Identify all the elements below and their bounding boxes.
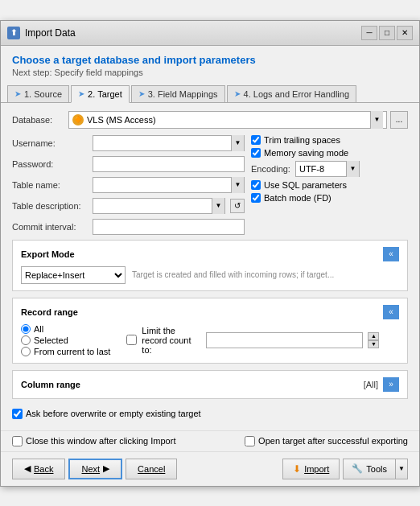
record-range-radio-group: All Selected From current to last xyxy=(21,324,110,356)
record-range-collapse-button[interactable]: « xyxy=(383,305,399,319)
column-range-section: Column range [All] » xyxy=(12,370,408,399)
record-selected-label: Selected xyxy=(34,335,68,345)
button-row: ◀ Back Next ▶ Cancel ⬇ Import 🔧 Tools ▼ xyxy=(1,451,419,486)
table-name-control: software_list ▼ xyxy=(93,177,245,193)
tab-mappings-label: 3. Field Mappings xyxy=(148,89,218,99)
sql-params-label: Use SQL parameters xyxy=(264,180,347,190)
tab-source-arrow: ➤ xyxy=(14,89,21,98)
database-icon: 🔶 xyxy=(72,114,84,125)
record-range-section: Record range « All Selected From curren xyxy=(12,298,408,364)
tab-logs[interactable]: ➤ 4. Logs and Error Handling xyxy=(227,85,356,102)
encoding-value: UTF-8 xyxy=(296,164,346,174)
commit-interval-label: Commit interval: xyxy=(12,222,93,232)
tools-icon: 🔧 xyxy=(352,463,363,474)
database-label: Database: xyxy=(12,115,68,125)
import-button[interactable]: ⬇ Import xyxy=(282,459,340,479)
record-limit-down[interactable]: ▼ xyxy=(368,340,379,348)
next-label: Next xyxy=(81,464,100,474)
ask-overwrite-checkbox[interactable] xyxy=(12,409,23,419)
column-range-value: [All] xyxy=(364,380,378,389)
batch-mode-checkbox[interactable] xyxy=(251,193,261,203)
table-description-input[interactable] xyxy=(93,199,212,213)
trim-spaces-label: Trim trailing spaces xyxy=(264,135,340,145)
tab-target[interactable]: ➤ 2. Target xyxy=(71,85,130,103)
back-button[interactable]: ◀ Back xyxy=(12,459,65,479)
table-name-dropdown[interactable]: ▼ xyxy=(231,177,244,193)
record-from-current-radio[interactable] xyxy=(21,347,31,356)
encoding-row: Encoding: UTF-8 ▼ xyxy=(251,161,408,177)
maximize-button[interactable]: □ xyxy=(379,26,395,40)
trim-spaces-checkbox[interactable] xyxy=(251,135,261,145)
nav-buttons: ◀ Back Next ▶ Cancel xyxy=(12,459,177,479)
database-select[interactable]: 🔶 VLS (MS Access) ▼ xyxy=(68,111,387,129)
tab-bar: ➤ 1. Source ➤ 2. Target ➤ 3. Field Mappi… xyxy=(1,85,419,103)
sql-params-row: Use SQL parameters xyxy=(251,180,408,190)
sql-params-checkbox[interactable] xyxy=(251,180,261,190)
tools-button[interactable]: 🔧 Tools xyxy=(343,459,395,479)
record-limit-input[interactable]: 100 xyxy=(206,332,363,348)
password-control xyxy=(93,156,245,172)
tab-source[interactable]: ➤ 1. Source xyxy=(7,85,69,102)
minimize-button[interactable]: ─ xyxy=(361,26,377,40)
content-area: Database: 🔶 VLS (MS Access) ▼ ... Userna… xyxy=(1,103,419,430)
import-icon: ⬇ xyxy=(293,463,301,475)
tab-mappings[interactable]: ➤ 3. Field Mappings xyxy=(131,85,225,102)
export-mode-collapse-button[interactable]: « xyxy=(383,247,399,261)
table-description-refresh[interactable]: ↺ xyxy=(230,199,245,213)
export-mode-title: Export Mode xyxy=(21,249,75,259)
password-label: Password: xyxy=(12,159,93,169)
database-value: 🔶 VLS (MS Access) xyxy=(72,114,370,125)
record-limit-checkbox[interactable] xyxy=(126,335,137,345)
title-bar-buttons: ─ □ ✕ xyxy=(361,26,413,40)
close-button[interactable]: ✕ xyxy=(397,26,413,40)
open-after-export-checkbox[interactable] xyxy=(245,436,255,446)
cancel-button[interactable]: Cancel xyxy=(126,459,177,479)
encoding-select-wrapper: UTF-8 ▼ xyxy=(295,161,360,177)
tools-dropdown-arrow[interactable]: ▼ xyxy=(395,459,408,479)
header-title: Choose a target database and import para… xyxy=(12,54,408,66)
table-name-input[interactable]: software_list xyxy=(93,178,231,192)
table-description-row: Table description: ▼ ↺ xyxy=(12,198,245,214)
record-limit-spinner: ▲ ▼ xyxy=(368,332,379,348)
export-mode-select[interactable]: Replace+Insert Insert Only Update Only xyxy=(21,266,126,284)
close-after-import-checkbox[interactable] xyxy=(12,436,23,446)
record-range-title: Record range xyxy=(21,307,78,317)
record-all-radio[interactable] xyxy=(21,324,31,334)
record-from-current-label: From current to last xyxy=(34,347,110,356)
trim-spaces-row: Trim trailing spaces xyxy=(251,135,408,145)
username-dropdown[interactable]: ▼ xyxy=(231,135,244,151)
encoding-dropdown[interactable]: ▼ xyxy=(346,161,359,177)
record-limit-up[interactable]: ▲ xyxy=(368,332,379,340)
export-mode-description: Target is created and filled with incomi… xyxy=(132,270,399,279)
password-input[interactable] xyxy=(93,156,245,172)
column-range-collapse-button[interactable]: » xyxy=(383,377,399,392)
window-title: Import Data xyxy=(25,27,361,39)
next-arrow-icon: ▶ xyxy=(103,463,109,474)
username-control: ▼ xyxy=(93,135,245,151)
database-ellipsis-button[interactable]: ... xyxy=(390,111,408,129)
record-all-row: All xyxy=(21,324,110,334)
main-columns: Username: ▼ Password: xyxy=(12,135,408,240)
record-selected-row: Selected xyxy=(21,335,110,345)
open-after-export-option: Open target after successful exporting xyxy=(245,436,408,446)
ask-overwrite-label: Ask before overwrite or empty existing t… xyxy=(26,409,201,418)
table-description-dropdown[interactable]: ▼ xyxy=(212,198,224,214)
commit-interval-input[interactable]: 1500 xyxy=(93,219,245,235)
database-dropdown-arrow[interactable]: ▼ xyxy=(370,111,383,129)
window-icon: ⬆ xyxy=(7,27,20,39)
memory-saving-row: Memory saving mode xyxy=(251,148,408,158)
next-button[interactable]: Next ▶ xyxy=(68,459,122,479)
username-row: Username: ▼ xyxy=(12,135,245,151)
memory-saving-checkbox[interactable] xyxy=(251,148,261,158)
header-section: Choose a target database and import para… xyxy=(1,46,419,82)
table-description-control: ▼ ↺ xyxy=(93,198,245,214)
record-from-current-row: From current to last xyxy=(21,347,110,356)
title-bar: ⬆ Import Data ─ □ ✕ xyxy=(1,21,419,46)
import-label: Import xyxy=(304,464,329,474)
record-selected-radio[interactable] xyxy=(21,335,31,345)
username-input[interactable] xyxy=(93,136,231,150)
tab-source-label: 1. Source xyxy=(24,89,62,99)
record-range-title-row: Record range « xyxy=(21,305,399,319)
tab-logs-label: 4. Logs and Error Handling xyxy=(244,89,349,99)
back-arrow-icon: ◀ xyxy=(24,463,31,474)
